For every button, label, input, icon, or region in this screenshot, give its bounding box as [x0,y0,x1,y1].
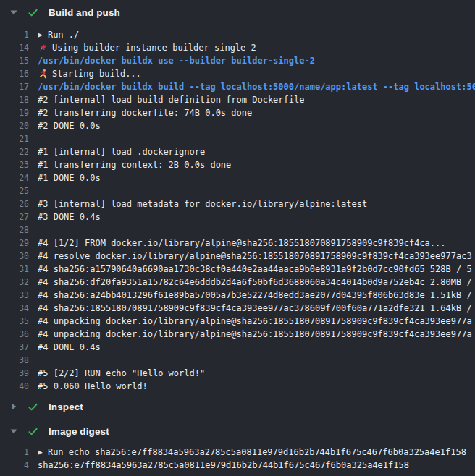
log-text: #4 sha256:a24bb4013296f61e89ba57005a7b3e… [38,289,472,302]
check-icon [28,426,38,437]
log-line: 21 [0,132,475,145]
log-text: Run echo sha256:e7ff8834a5963a2785c5a081… [48,446,466,459]
line-number[interactable]: 33 [0,289,29,302]
line-number[interactable]: 1 [0,28,29,41]
log-text: #3 [internal] load metadata for docker.i… [38,197,367,211]
log-line: 26#3 [internal] load metadata for docker… [0,197,475,211]
log-text: #2 transferring dockerfile: 74B 0.0s don… [38,106,252,119]
log-section-build-and-push: Build and push 1▶Run ./14Using builder i… [0,0,475,394]
log-text: #5 [2/2] RUN echo "Hello world!" [38,367,205,380]
line-number[interactable]: 32 [0,276,29,289]
log-text: #4 sha256:185518070891758909c9f839cf4ca3… [38,302,472,315]
log-line: 28 [0,224,475,237]
expand-group-icon[interactable]: ▶ [38,28,43,41]
check-icon [28,7,38,18]
log-text: #1 transferring context: 2B 0.0s done [38,158,231,171]
log-text: Run ./ [48,28,79,41]
line-number[interactable]: 19 [0,106,29,119]
section-title: Inspect [49,401,83,412]
line-number[interactable]: 39 [0,367,29,380]
runner-emoji [38,69,48,79]
line-number[interactable]: 17 [0,80,29,93]
log-text: Using builder instance builder-single-2 [52,41,256,54]
log-line: 27#3 DONE 0.4s [0,211,475,224]
chevron-down-icon [9,9,17,16]
line-number[interactable]: 20 [0,119,29,132]
line-number[interactable]: 24 [0,171,29,184]
log-text: #4 unpacking docker.io/library/alpine@sh… [38,315,472,328]
log-lines-image-digest: 1▶Run echo sha256:e7ff8834a5963a2785c5a0… [0,443,475,476]
line-number[interactable]: 18 [0,93,29,106]
line-number[interactable]: 15 [0,54,29,67]
log-lines-build-and-push: 1▶Run ./14Using builder instance builder… [0,25,475,394]
line-number[interactable]: 27 [0,211,29,224]
line-number[interactable]: 36 [0,328,29,341]
line-number[interactable]: 14 [0,41,29,54]
log-line: 14Using builder instance builder-single-… [0,41,475,54]
log-line: 15/usr/bin/docker buildx use --builder b… [0,54,475,67]
log-text: #4 sha256:a15790640a6690aa1730c38cf0a440… [38,263,472,276]
log-text: #1 DONE 0.0s [38,171,101,184]
log-line: 39#5 [2/2] RUN echo "Hello world!" [0,367,475,380]
line-number[interactable]: 34 [0,302,29,315]
log-line: 1▶Run echo sha256:e7ff8834a5963a2785c5a0… [0,446,475,459]
line-number[interactable]: 30 [0,250,29,263]
section-title: Build and push [49,7,120,18]
check-icon [28,401,38,412]
section-header-inspect[interactable]: Inspect [0,394,475,419]
log-text: /usr/bin/docker buildx build --tag local… [38,80,475,93]
log-line: 16Starting build... [0,67,475,80]
section-header-build-and-push[interactable]: Build and push [0,0,475,25]
expand-group-icon[interactable]: ▶ [38,446,43,459]
line-number[interactable]: 26 [0,197,29,211]
log-text: #1 [internal] load .dockerignore [38,145,205,158]
log-section-image-digest: Image digest 1▶Run echo sha256:e7ff8834a… [0,419,475,476]
line-number[interactable]: 35 [0,315,29,328]
log-line: 18#2 [internal] load build definition fr… [0,93,475,106]
line-number[interactable]: 25 [0,184,29,197]
log-text: sha256:e7ff8834a5963a2785c5a0811e979d16b… [38,459,409,472]
log-text: #4 sha256:df20fa9351a15782c64e6dddb2d4a6… [38,276,472,289]
log-line: 20#2 DONE 0.0s [0,119,475,132]
log-text: #3 DONE 0.4s [38,211,101,224]
log-line: 24#1 DONE 0.0s [0,171,475,184]
log-line: 33#4 sha256:a24bb4013296f61e89ba57005a7b… [0,289,475,302]
log-line: 32#4 sha256:df20fa9351a15782c64e6dddb2d4… [0,276,475,289]
log-line: 40#5 0.060 Hello world! [0,380,475,393]
line-number[interactable]: 31 [0,263,29,276]
log-text: #5 0.060 Hello world! [38,380,148,393]
log-line: 4sha256:e7ff8834a5963a2785c5a0811e979d16… [0,459,475,472]
log-text: #4 resolve docker.io/library/alpine@sha2… [38,250,472,263]
log-line: 1▶Run ./ [0,28,475,41]
line-number[interactable]: 29 [0,237,29,250]
line-number[interactable]: 16 [0,67,29,80]
line-number[interactable]: 21 [0,132,29,145]
log-viewer: Build and push 1▶Run ./14Using builder i… [0,0,475,476]
log-line: 22#1 [internal] load .dockerignore [0,145,475,158]
section-header-image-digest[interactable]: Image digest [0,419,475,443]
line-number[interactable]: 4 [0,459,29,472]
log-line: 37#4 DONE 0.4s [0,341,475,354]
line-number[interactable]: 1 [0,446,29,459]
line-number[interactable]: 22 [0,145,29,158]
pushpin-emoji [38,43,48,53]
log-line: 29#4 [1/2] FROM docker.io/library/alpine… [0,237,475,250]
log-line: 34#4 sha256:185518070891758909c9f839cf4c… [0,302,475,315]
log-text: #4 unpacking docker.io/library/alpine@sh… [38,328,472,341]
log-text: /usr/bin/docker buildx use --builder bui… [38,54,315,67]
log-line: 36#4 unpacking docker.io/library/alpine@… [0,328,475,341]
line-number[interactable]: 37 [0,341,29,354]
chevron-down-icon [9,428,17,435]
line-number[interactable]: 23 [0,158,29,171]
log-line: 19#2 transferring dockerfile: 74B 0.0s d… [0,106,475,119]
line-number[interactable]: 40 [0,380,29,393]
log-line: 17/usr/bin/docker buildx build --tag loc… [0,80,475,93]
log-text: Starting build... [52,67,141,80]
log-line: 30#4 resolve docker.io/library/alpine@sh… [0,250,475,263]
log-text: #2 [internal] load build definition from… [38,93,304,106]
log-line: 23#1 transferring context: 2B 0.0s done [0,158,475,171]
line-number[interactable]: 28 [0,224,29,237]
log-line: 35#4 unpacking docker.io/library/alpine@… [0,315,475,328]
log-text: #4 DONE 0.4s [38,341,101,354]
line-number[interactable]: 38 [0,354,29,367]
